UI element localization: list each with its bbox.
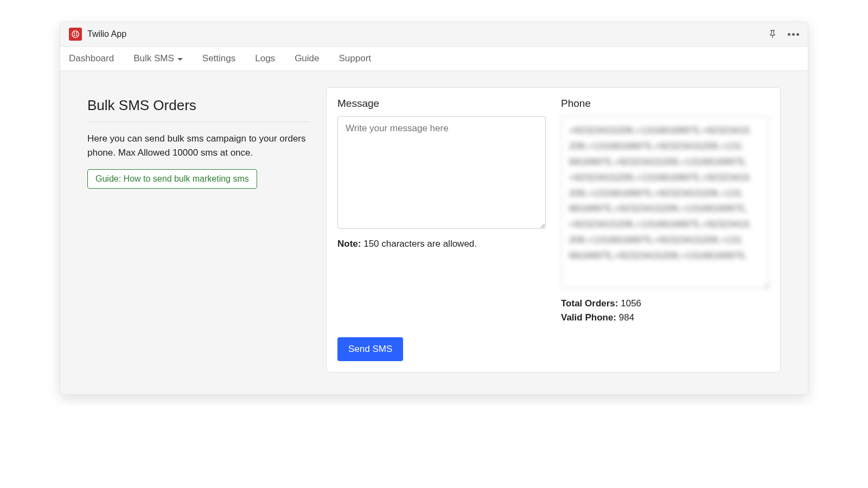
message-column: Message Note: 150 characters are allowed…: [337, 98, 546, 326]
form-card: Message Note: 150 characters are allowed…: [326, 87, 781, 373]
page-title: Bulk SMS Orders: [87, 97, 310, 114]
total-orders-stat: Total Orders: 1056: [561, 298, 769, 309]
header-right: [768, 30, 799, 38]
page-description: Here you can send bulk sms campaign to y…: [87, 132, 310, 160]
phone-label: Phone: [561, 98, 769, 110]
nav-item-label: Guide: [295, 53, 319, 64]
phone-textarea[interactable]: [561, 116, 769, 288]
message-textarea[interactable]: [337, 116, 546, 229]
more-menu-icon[interactable]: [788, 33, 799, 36]
nav-item-label: Settings: [202, 53, 235, 64]
valid-phone-value: 984: [619, 312, 634, 323]
svg-point-3: [74, 35, 75, 36]
nav-item-label: Support: [339, 53, 372, 64]
nav-support[interactable]: Support: [339, 47, 372, 70]
nav-guide[interactable]: Guide: [295, 47, 319, 70]
nav-item-label: Logs: [255, 53, 275, 64]
total-orders-label: Total Orders:: [561, 298, 618, 309]
note-text: 150 characters are allowed.: [361, 239, 477, 249]
phone-stats: Total Orders: 1056 Valid Phone: 984: [561, 298, 769, 326]
message-label: Message: [337, 98, 546, 110]
content-area: Bulk SMS Orders Here you can send bulk s…: [60, 71, 808, 394]
header-left: Twilio App: [69, 28, 126, 41]
svg-point-2: [76, 33, 77, 34]
form-row: Message Note: 150 characters are allowed…: [337, 98, 769, 326]
app-logo-icon: [69, 28, 82, 41]
note-prefix: Note:: [337, 239, 361, 249]
message-note: Note: 150 characters are allowed.: [337, 239, 546, 249]
page-sidebar: Bulk SMS Orders Here you can send bulk s…: [87, 87, 310, 189]
total-orders-value: 1056: [621, 298, 641, 309]
nav-item-label: Dashboard: [69, 53, 114, 64]
nav-dashboard[interactable]: Dashboard: [69, 47, 114, 70]
nav-item-label: Bulk SMS: [133, 53, 174, 64]
nav-logs[interactable]: Logs: [255, 47, 275, 70]
navbar: Dashboard Bulk SMS Settings Logs Guide S…: [60, 47, 808, 71]
phone-column: Phone Total Orders: 1056 Valid Phone: 98…: [561, 98, 769, 326]
guide-link-button[interactable]: Guide: How to send bulk marketing sms: [87, 169, 257, 189]
svg-point-1: [74, 33, 75, 34]
svg-point-4: [76, 35, 77, 36]
nav-bulk-sms[interactable]: Bulk SMS: [133, 47, 183, 70]
caret-down-icon: [177, 58, 183, 61]
valid-phone-stat: Valid Phone: 984: [561, 312, 769, 323]
app-panel: Twilio App Dashboard Bulk SMS Settings L…: [60, 22, 808, 395]
nav-settings[interactable]: Settings: [202, 47, 235, 70]
svg-point-0: [72, 31, 79, 37]
valid-phone-label: Valid Phone:: [561, 312, 616, 323]
pin-icon[interactable]: [768, 30, 777, 38]
app-header: Twilio App: [60, 22, 808, 47]
app-title: Twilio App: [87, 29, 126, 39]
title-divider: [87, 121, 310, 122]
send-sms-button[interactable]: Send SMS: [337, 337, 403, 361]
